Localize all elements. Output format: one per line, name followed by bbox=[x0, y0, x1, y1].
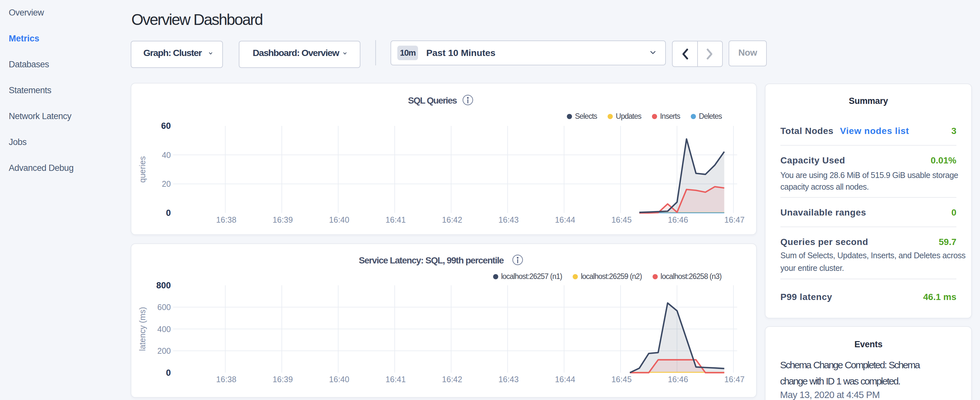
svg-text:600: 600 bbox=[157, 303, 171, 312]
svg-text:16:41: 16:41 bbox=[386, 215, 406, 224]
svg-text:16:42: 16:42 bbox=[442, 215, 462, 224]
svg-text:16:38: 16:38 bbox=[216, 215, 237, 224]
svg-text:16:45: 16:45 bbox=[611, 215, 632, 224]
svg-text:16:40: 16:40 bbox=[329, 215, 349, 224]
svg-text:16:39: 16:39 bbox=[273, 215, 293, 224]
svg-text:0: 0 bbox=[166, 208, 171, 218]
svg-text:60: 60 bbox=[161, 121, 171, 131]
svg-text:16:46: 16:46 bbox=[668, 215, 688, 224]
svg-text:16:46: 16:46 bbox=[668, 375, 688, 384]
svg-text:20: 20 bbox=[162, 179, 171, 188]
svg-text:16:42: 16:42 bbox=[442, 375, 462, 384]
svg-text:latency (ms): latency (ms) bbox=[138, 307, 147, 351]
svg-text:40: 40 bbox=[162, 150, 171, 159]
svg-text:200: 200 bbox=[157, 346, 171, 355]
svg-text:16:47: 16:47 bbox=[724, 375, 745, 384]
svg-text:16:41: 16:41 bbox=[386, 375, 406, 384]
svg-text:16:44: 16:44 bbox=[555, 215, 575, 224]
svg-text:16:44: 16:44 bbox=[555, 375, 575, 384]
svg-text:400: 400 bbox=[157, 325, 171, 334]
svg-text:16:43: 16:43 bbox=[499, 375, 519, 384]
svg-text:16:39: 16:39 bbox=[273, 375, 293, 384]
svg-text:16:45: 16:45 bbox=[611, 375, 632, 384]
svg-text:0: 0 bbox=[166, 368, 171, 378]
svg-text:queries: queries bbox=[138, 156, 147, 183]
svg-text:16:43: 16:43 bbox=[499, 215, 519, 224]
svg-text:800: 800 bbox=[156, 280, 171, 290]
svg-text:16:47: 16:47 bbox=[724, 215, 745, 224]
svg-text:16:38: 16:38 bbox=[216, 375, 237, 384]
svg-text:16:40: 16:40 bbox=[329, 375, 349, 384]
